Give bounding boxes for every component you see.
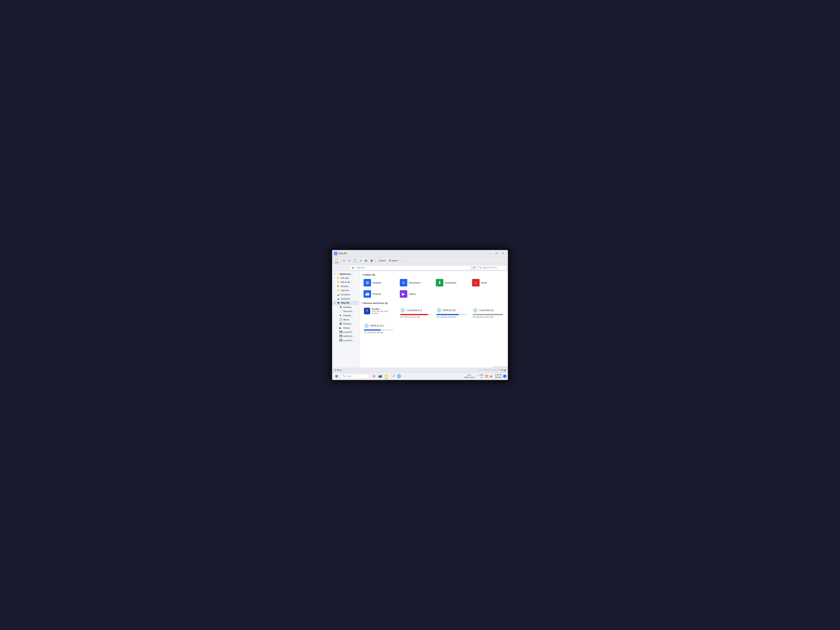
sidebar-onedrive2-label: OneDrive bbox=[341, 297, 350, 300]
item-count: 11 items bbox=[334, 369, 342, 371]
more-button[interactable]: ··· bbox=[400, 258, 406, 263]
lang-indicator[interactable]: ENG VI bbox=[479, 374, 484, 379]
folder-pictures[interactable]: 🏔 Pictures bbox=[362, 289, 397, 299]
terabox-info: TeraBox Nhấn đúp vận hành TeraBox bbox=[371, 308, 395, 314]
drive-c[interactable]: 💿 Local Disk (C:) 10.7 GB free of 117 GB bbox=[398, 306, 433, 320]
terabox-name: TeraBox bbox=[371, 308, 395, 310]
activate-windows-notice[interactable]: Activate Windows Go to Settings to activ… bbox=[478, 366, 507, 368]
sidebar-item-data01[interactable]: › 💾 DATA 01... bbox=[333, 334, 359, 338]
expand-arrow-icon: › bbox=[337, 339, 338, 341]
sidebar-item-videos[interactable]: › ▶ Videos bbox=[333, 326, 359, 330]
desktop-icon: 🖥 bbox=[339, 306, 342, 308]
terabox-icon: T bbox=[364, 308, 370, 314]
cut-button[interactable]: ✂ bbox=[342, 259, 347, 263]
address-path-bar[interactable]: 🖥 › This PC › bbox=[350, 265, 471, 270]
taskbar-search-box[interactable]: 🔍 Search bbox=[340, 374, 369, 379]
sidebar-item-downloads[interactable]: ⬇ Downlo... bbox=[333, 284, 359, 288]
path-this-pc[interactable]: This PC bbox=[357, 267, 365, 269]
sidebar-item-local-c[interactable]: › 💾 Local Di... bbox=[333, 330, 359, 334]
folder-desktop[interactable]: 🖥 Desktop bbox=[362, 278, 397, 288]
drive-c-free: 10.7 GB free of 117 GB bbox=[400, 316, 431, 318]
folder-videos[interactable]: ▶ Videos bbox=[398, 289, 433, 299]
sidebar-item-anh-gia[interactable]: 📁 anh gia... bbox=[333, 276, 359, 280]
search-input[interactable] bbox=[483, 267, 505, 269]
copy-button[interactable]: □ bbox=[347, 259, 351, 263]
sidebar-item-dl[interactable]: › ⬇ Downlo... bbox=[333, 313, 359, 317]
drive-g[interactable]: 💿 DATA 02 (G:) 111 GB free of 265 GB bbox=[362, 322, 398, 335]
main-area: ▾ ★ Quick acc... 📁 anh gia... 📁 Để ôn tậ… bbox=[332, 271, 508, 368]
window-icon bbox=[334, 252, 337, 255]
up-button[interactable]: ↑ bbox=[344, 265, 349, 270]
close-button[interactable]: ✕ bbox=[500, 251, 506, 256]
sidebar-this-pc[interactable]: ▾ 💻 This PC bbox=[333, 301, 359, 305]
notification-badge[interactable]: 1 bbox=[503, 374, 507, 378]
sidebar-item-local-e[interactable]: › 💾 Local Di... bbox=[333, 338, 359, 343]
sidebar-label: Local Di... bbox=[343, 339, 354, 342]
sidebar-item-pictures[interactable]: › 🖼 Pictures bbox=[333, 322, 359, 326]
sidebar-onedrive-1[interactable]: › ☁ OneDrive bbox=[333, 292, 359, 297]
taskbar-notepad-app[interactable]: 📝 bbox=[390, 373, 396, 379]
devices-section-header[interactable]: ▾ Devices and drives (5) bbox=[362, 302, 505, 305]
new-icon: ✨ bbox=[335, 258, 338, 261]
wifi-icon[interactable]: 📶 bbox=[485, 374, 489, 378]
folders-section-header[interactable]: ▾ Folders (6) bbox=[362, 273, 505, 276]
share-button[interactable]: ↗ bbox=[358, 259, 363, 263]
refresh-button[interactable]: ↻ bbox=[472, 265, 477, 270]
folder-music[interactable]: ♪ Music bbox=[471, 278, 505, 288]
taskbar-meet-app[interactable]: 📹 bbox=[377, 373, 383, 379]
folder-music-name: Music bbox=[481, 281, 487, 284]
clock[interactable]: 5:38 PM 7/6/2024 bbox=[494, 374, 502, 379]
expand-arrow-icon: › bbox=[337, 323, 338, 325]
taskbar: ⊞ 🔍 Search 🌸 📹 📁 📝 🌐 87°F Partly sunny ^ bbox=[332, 372, 508, 380]
dl-icon: ⬇ bbox=[339, 314, 342, 317]
back-button[interactable]: ‹ bbox=[333, 265, 338, 270]
view-button[interactable]: ⊞ View ▾ bbox=[387, 259, 400, 262]
music-folder-icon: ♪ bbox=[472, 279, 480, 286]
sidebar-quick-access[interactable]: ▾ ★ Quick acc... bbox=[333, 272, 359, 276]
sidebar-item-de-on[interactable]: 📁 Để ôn tậ... bbox=[333, 280, 359, 284]
sidebar-onedrive-2[interactable]: › ☁ OneDrive bbox=[333, 297, 359, 301]
folder-documents[interactable]: ≡ Documents bbox=[398, 278, 433, 288]
sidebar-item-desktop[interactable]: › 🖥 Desktop bbox=[333, 305, 359, 309]
tray-expand-icon[interactable]: ^ bbox=[476, 374, 478, 378]
sidebar-label: anh gia... bbox=[341, 277, 350, 279]
copy2-icon: ⊞ bbox=[365, 259, 367, 262]
sort-icon: ↕ bbox=[378, 259, 379, 262]
taskbar-chrome-app[interactable]: 🌐 bbox=[396, 373, 402, 379]
address-bar: ‹ › ↑ 🖥 › This PC › ↻ 🔍 bbox=[332, 264, 508, 271]
drive-d[interactable]: 💿 DATA 01 (D:) 54.4 GB free of 200 GB bbox=[434, 306, 469, 320]
sidebar: ▾ ★ Quick acc... 📁 anh gia... 📁 Để ôn tậ… bbox=[332, 271, 359, 368]
paste-button[interactable]: 📋 bbox=[352, 259, 358, 263]
drive-terabox[interactable]: T TeraBox Nhấn đúp vận hành TeraBox bbox=[362, 306, 396, 320]
drive-g-free: 111 GB free of 265 GB bbox=[364, 332, 396, 333]
taskbar-explorer-app[interactable]: 📁 bbox=[384, 373, 389, 379]
drive-icon: 💾 bbox=[339, 339, 343, 342]
pictures-folder-icon: 🏔 bbox=[363, 290, 371, 298]
copy2-button[interactable]: ⊞ bbox=[363, 259, 368, 263]
start-button[interactable]: ⊞ bbox=[333, 373, 339, 379]
sort-button[interactable]: ↕ Sort ▾ bbox=[376, 259, 387, 262]
taskbar-flower-app[interactable]: 🌸 bbox=[371, 373, 377, 379]
drive-e[interactable]: 💿 Local Disk (E:) 66.8 MB free of 96.0 M… bbox=[471, 306, 505, 320]
minimize-button[interactable]: — bbox=[487, 251, 493, 256]
volume-icon[interactable]: 🔊 bbox=[489, 374, 493, 378]
delete-button[interactable]: 🗑 bbox=[369, 259, 374, 263]
svg-rect-0 bbox=[335, 253, 335, 253]
search-icon: 🔍 bbox=[479, 266, 482, 269]
drive-g-bar-fill bbox=[364, 329, 381, 331]
folder-downloads-name: Downloads bbox=[445, 281, 456, 284]
sidebar-item-music[interactable]: › 🎵 Music bbox=[333, 317, 359, 322]
folder-icon: 📁 bbox=[337, 276, 340, 279]
search-box[interactable]: 🔍 bbox=[477, 265, 507, 270]
documents-folder-icon: ≡ bbox=[400, 279, 407, 286]
expand-arrow-icon: › bbox=[337, 327, 338, 329]
forward-button[interactable]: › bbox=[339, 265, 344, 270]
new-button[interactable]: ✨ New bbox=[333, 257, 340, 264]
maximize-button[interactable]: ❐ bbox=[494, 251, 499, 256]
sidebar-item-zalo[interactable]: 📁 Zalo Re... bbox=[333, 288, 359, 292]
weather-widget[interactable]: 87°F Partly sunny bbox=[463, 374, 475, 378]
sidebar-item-documents[interactable]: › 📄 Docume... bbox=[333, 309, 359, 313]
sidebar-label: Music bbox=[343, 318, 349, 321]
folder-icon: 📁 bbox=[337, 281, 340, 284]
folder-downloads[interactable]: ⬇ Downloads bbox=[434, 278, 469, 288]
